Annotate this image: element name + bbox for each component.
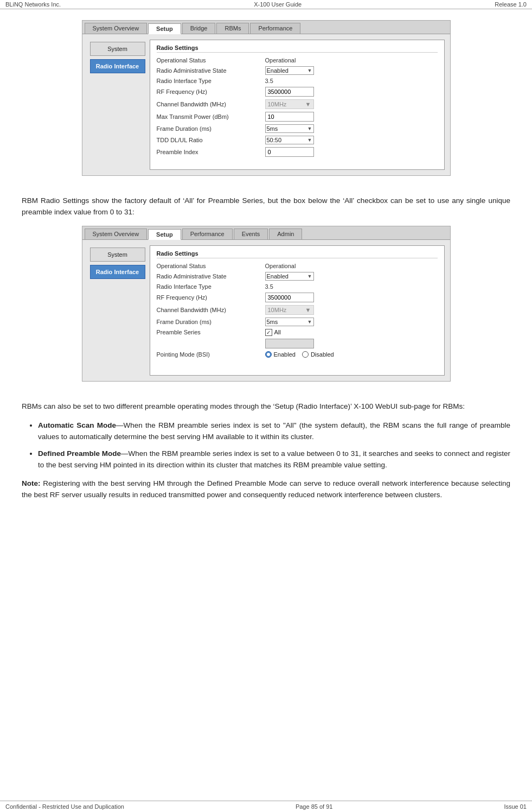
input-preamble-series-value[interactable] bbox=[265, 339, 314, 348]
panel2-sidebar: System Radio Interface bbox=[88, 245, 148, 376]
value-interface-type-2: 3.5 bbox=[265, 283, 273, 290]
header-left: BLiNQ Networks Inc. bbox=[5, 1, 61, 8]
label-operational-status-2: Operational Status bbox=[157, 263, 265, 269]
input-rf-freq-1[interactable] bbox=[265, 87, 314, 97]
select-admin-state-2-arrow: ▼ bbox=[307, 274, 312, 279]
radio-enabled-button[interactable] bbox=[265, 351, 272, 358]
tab-admin-2[interactable]: Admin bbox=[269, 229, 302, 239]
panel2-settings-title: Radio Settings bbox=[157, 250, 438, 258]
select-admin-state-2[interactable]: Enabled ▼ bbox=[265, 272, 314, 281]
radio-enabled[interactable]: Enabled bbox=[265, 351, 296, 358]
bullet-item-2: Defined Preamble Mode—When the RBM pream… bbox=[38, 448, 510, 471]
header-right: Release 1.0 bbox=[495, 1, 527, 8]
note-text: Registering with the best serving HM thr… bbox=[22, 479, 510, 499]
disabled-channel-bw-1: 10MHz ▼ bbox=[265, 99, 314, 109]
sidebar-radio-interface-1[interactable]: Radio Interface bbox=[90, 59, 145, 73]
panel1-row-rf-freq: RF Frequency (Hz) bbox=[157, 87, 438, 97]
tab-setup-2[interactable]: Setup bbox=[148, 229, 181, 240]
label-frame-duration-2: Frame Duration (ms) bbox=[157, 319, 265, 325]
label-preamble-series-2: Preamble Series bbox=[157, 329, 265, 335]
tab-system-overview-1[interactable]: System Overview bbox=[85, 23, 148, 34]
select-admin-state-2-text: Enabled bbox=[267, 273, 307, 280]
preamble-series-checkbox-row: All bbox=[265, 329, 281, 336]
disabled-channel-bw-1-arrow: ▼ bbox=[305, 101, 311, 107]
bullet-item-2-bold: Defined Preamble Mode bbox=[38, 449, 121, 458]
tab-performance-1[interactable]: Performance bbox=[250, 23, 300, 34]
select-frame-duration-1-arrow: ▼ bbox=[307, 126, 312, 131]
tab-system-overview-2[interactable]: System Overview bbox=[85, 229, 148, 239]
panel1-row-max-tx-power: Max Transmit Power (dBm) bbox=[157, 112, 438, 122]
footer-center: Page 85 of 91 bbox=[296, 803, 333, 810]
panel1-sidebar: System Radio Interface bbox=[88, 40, 148, 170]
preamble-series-checkbox[interactable] bbox=[265, 329, 272, 336]
panel1-nav-tabs: System Overview Setup Bridge RBMs Perfor… bbox=[82, 21, 450, 34]
panel1-settings-box: Radio Settings Operational Status Operat… bbox=[150, 40, 445, 170]
input-max-tx-power-1[interactable] bbox=[265, 112, 314, 122]
note-label: Note: bbox=[22, 479, 41, 487]
bullet-item-1-bold: Automatic Scan Mode bbox=[38, 421, 116, 429]
select-frame-duration-2-arrow: ▼ bbox=[307, 319, 312, 325]
select-frame-duration-2[interactable]: 5ms ▼ bbox=[265, 318, 314, 326]
panel2-body: System Radio Interface Radio Settings Op… bbox=[82, 240, 450, 381]
select-tdd-ratio-1-text: 50:50 bbox=[267, 137, 307, 143]
page-footer: Confidential - Restricted Use and Duplic… bbox=[0, 801, 532, 812]
panel1-row-operational-status: Operational Status Operational bbox=[157, 57, 438, 64]
footer-right: Issue 01 bbox=[504, 803, 527, 810]
input-preamble-index-1[interactable] bbox=[265, 147, 314, 157]
label-max-tx-power-1: Max Transmit Power (dBm) bbox=[157, 113, 265, 120]
panel2-settings-box: Radio Settings Operational Status Operat… bbox=[150, 245, 445, 376]
panel1-wrapper: System Overview Setup Bridge RBMs Perfor… bbox=[22, 20, 510, 186]
label-channel-bw-2: Channel Bandwidth (MHz) bbox=[157, 307, 265, 313]
sidebar-system-1[interactable]: System bbox=[90, 42, 145, 56]
panel1: System Overview Setup Bridge RBMs Perfor… bbox=[82, 20, 451, 176]
header-center: X-100 User Guide bbox=[254, 1, 302, 8]
panel2-row-preamble-box bbox=[157, 339, 438, 348]
pointing-mode-radio-row: Enabled Disabled bbox=[265, 351, 334, 358]
panel1-row-interface-type: Radio Interface Type 3.5 bbox=[157, 78, 438, 84]
input-rf-freq-2[interactable] bbox=[265, 293, 314, 302]
label-admin-state-1: Radio Administrative State bbox=[157, 67, 265, 74]
tab-setup-1[interactable]: Setup bbox=[148, 23, 181, 34]
bullet-item-1: Automatic Scan Mode—When the RBM preambl… bbox=[38, 420, 510, 443]
sidebar-system-2[interactable]: System bbox=[90, 248, 145, 262]
panel2-row-pointing-mode: Pointing Mode (BSI) Enabled Disabled bbox=[157, 351, 438, 358]
select-admin-state-1[interactable]: Enabled ▼ bbox=[265, 66, 314, 75]
tab-events-2[interactable]: Events bbox=[234, 229, 268, 239]
panel1-body: System Radio Interface Radio Settings Op… bbox=[82, 34, 450, 175]
label-preamble-index-1: Preamble Index bbox=[157, 149, 265, 155]
disabled-channel-bw-2: 10MHz ▼ bbox=[265, 305, 314, 315]
tab-bridge-1[interactable]: Bridge bbox=[182, 23, 216, 34]
radio-disabled-button[interactable] bbox=[302, 351, 309, 358]
value-operational-status-1: Operational bbox=[265, 57, 296, 64]
label-operational-status-1: Operational Status bbox=[157, 57, 265, 64]
disabled-channel-bw-2-text: 10MHz bbox=[268, 307, 287, 313]
label-rf-freq-2: RF Frequency (Hz) bbox=[157, 294, 265, 301]
select-frame-duration-2-text: 5ms bbox=[267, 319, 307, 325]
panel2-nav-tabs: System Overview Setup Performance Events… bbox=[82, 226, 450, 240]
value-operational-status-2: Operational bbox=[265, 263, 296, 269]
tab-rbms-1[interactable]: RBMs bbox=[216, 23, 249, 34]
panel1-row-tdd-ratio: TDD DL/UL Ratio 50:50 ▼ bbox=[157, 136, 438, 144]
panel2-wrapper: System Overview Setup Performance Events… bbox=[22, 226, 510, 391]
preamble-series-all-label: All bbox=[274, 329, 281, 335]
panel2-row-admin-state: Radio Administrative State Enabled ▼ bbox=[157, 272, 438, 281]
label-pointing-mode: Pointing Mode (BSI) bbox=[157, 351, 265, 358]
select-frame-duration-1-text: 5ms bbox=[267, 125, 307, 132]
tab-performance-2[interactable]: Performance bbox=[182, 229, 233, 239]
label-channel-bw-1: Channel Bandwidth (MHz) bbox=[157, 101, 265, 107]
label-frame-duration-1: Frame Duration (ms) bbox=[157, 125, 265, 132]
footer-left: Confidential - Restricted Use and Duplic… bbox=[5, 803, 124, 810]
select-tdd-ratio-1[interactable]: 50:50 ▼ bbox=[265, 136, 314, 144]
panel2-row-frame-duration: Frame Duration (ms) 5ms ▼ bbox=[157, 318, 438, 326]
label-interface-type-2: Radio Interface Type bbox=[157, 283, 265, 290]
label-tdd-ratio-1: TDD DL/UL Ratio bbox=[157, 137, 265, 143]
panel2-row-rf-freq: RF Frequency (Hz) bbox=[157, 293, 438, 302]
sidebar-radio-interface-2[interactable]: Radio Interface bbox=[90, 265, 145, 279]
panel2: System Overview Setup Performance Events… bbox=[82, 226, 451, 382]
panel1-settings-title: Radio Settings bbox=[157, 45, 438, 53]
select-frame-duration-1[interactable]: 5ms ▼ bbox=[265, 124, 314, 133]
panel1-row-frame-duration: Frame Duration (ms) 5ms ▼ bbox=[157, 124, 438, 133]
panel2-row-channel-bw: Channel Bandwidth (MHz) 10MHz ▼ bbox=[157, 305, 438, 315]
radio-enabled-label: Enabled bbox=[274, 351, 296, 358]
radio-disabled[interactable]: Disabled bbox=[302, 351, 334, 358]
